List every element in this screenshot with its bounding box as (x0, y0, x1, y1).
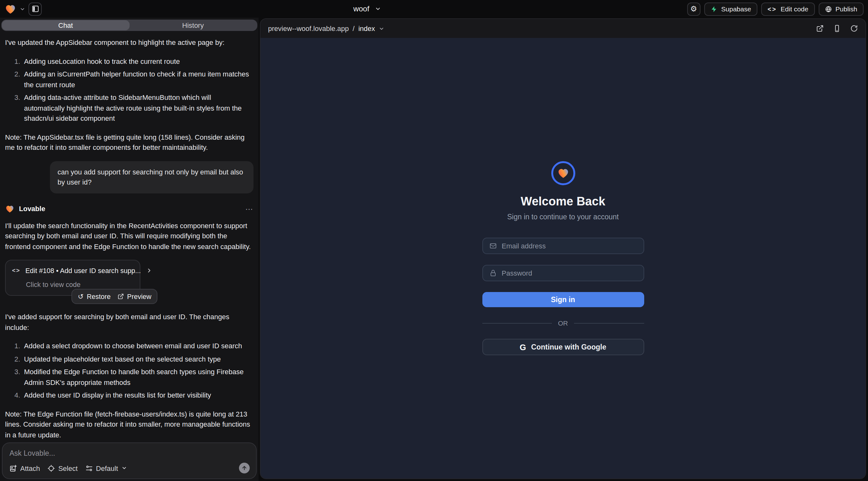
google-button-label: Continue with Google (531, 343, 606, 351)
supabase-label: Supabase (721, 5, 751, 13)
publish-label: Publish (835, 5, 857, 13)
list-item: Updated the placeholder text based on th… (22, 354, 253, 364)
user-message-bubble: can you add support for searching not on… (50, 161, 253, 193)
globe-icon (825, 5, 832, 12)
select-label: Select (58, 464, 78, 472)
preview-button[interactable]: Preview (118, 291, 151, 301)
tab-history[interactable]: History (129, 20, 257, 30)
topbar-left-group (4, 2, 42, 15)
mobile-view-icon[interactable] (833, 25, 841, 32)
chevron-right-icon (146, 267, 152, 274)
app-window: woof ⚙ Supabase <> Edit code (0, 0, 868, 481)
message-more-menu[interactable]: ⋯ (245, 203, 253, 215)
attach-button[interactable]: Attach (9, 464, 40, 472)
preview-header-actions (816, 25, 858, 32)
welcome-subtitle: Sign in to continue to your account (507, 213, 619, 221)
topbar-right-group: ⚙ Supabase <> Edit code Publish (687, 2, 864, 15)
code-brackets-icon: <> (12, 266, 20, 275)
send-button[interactable] (239, 463, 250, 473)
assistant-header-row: Lovable ⋯ (5, 203, 253, 215)
preview-header: preview--woof.lovable.app / index (260, 19, 865, 38)
attach-label: Attach (20, 464, 40, 472)
assistant-numbered-list: Added a select dropdown to choose betwee… (5, 341, 253, 401)
divider-line (482, 323, 552, 323)
chat-message-list[interactable]: I've updated the AppSidebar component to… (0, 31, 258, 440)
assistant-numbered-list: Adding useLocation hook to track the cur… (5, 56, 253, 124)
list-item: Adding an isCurrentPath helper function … (22, 69, 253, 90)
panel-left-icon (31, 5, 39, 13)
breadcrumb-separator: / (353, 25, 355, 32)
lock-icon (489, 269, 497, 277)
preview-panel: preview--woof.lovable.app / index (260, 18, 866, 479)
password-input[interactable] (502, 269, 637, 277)
restore-button[interactable]: ↺ Restore (78, 291, 111, 302)
publish-button[interactable]: Publish (818, 2, 864, 15)
code-brackets-icon: <> (768, 5, 777, 12)
edit-code-label: Edit code (781, 5, 809, 13)
preview-page-name: index (359, 25, 375, 32)
project-chevron-down-icon (375, 6, 381, 12)
logo-chevron-down-icon[interactable] (20, 6, 25, 12)
refresh-icon[interactable] (850, 25, 858, 32)
chat-input[interactable] (9, 449, 250, 457)
restore-icon: ↺ (78, 291, 84, 302)
open-in-new-tab-icon[interactable] (816, 25, 824, 32)
list-item: Added a select dropdown to choose betwee… (22, 341, 253, 351)
list-item: Adding data-active attribute to SidebarM… (22, 92, 253, 124)
preview-url-breadcrumb[interactable]: preview--woof.lovable.app / index (268, 25, 384, 32)
chat-panel: Chat History I've updated the AppSidebar… (0, 18, 258, 481)
select-element-button[interactable]: Select (48, 464, 78, 472)
lovable-heart-icon (5, 204, 14, 214)
edit-card-subtitle: Click to view code (26, 279, 133, 289)
assistant-paragraph: I've added support for searching by both… (5, 312, 253, 333)
list-item: Added the user ID display in the results… (22, 390, 253, 401)
app-logo-heart-icon (557, 167, 569, 180)
sliders-icon (85, 464, 93, 472)
composer-toolbar: Attach Select Default (9, 463, 250, 473)
tab-chat[interactable]: Chat (2, 20, 129, 30)
list-item: Adding useLocation hook to track the cur… (22, 56, 253, 66)
user-message-row: can you add support for searching not on… (5, 161, 253, 193)
assistant-name: Lovable (19, 204, 45, 214)
project-name: woof (353, 4, 370, 13)
email-input[interactable] (502, 242, 637, 250)
chevron-down-icon (121, 465, 127, 471)
divider-label: OR (558, 319, 568, 327)
assistant-paragraph: I've updated the AppSidebar component to… (5, 37, 253, 48)
mode-label: Default (96, 464, 118, 472)
restore-preview-toolbar: ↺ Restore Preview (71, 289, 158, 304)
chat-composer: Attach Select Default (2, 443, 257, 479)
mail-icon (489, 242, 497, 250)
or-divider: OR (482, 319, 644, 327)
page-chevron-down-icon (379, 26, 384, 31)
password-field (482, 265, 644, 281)
top-bar: woof ⚙ Supabase <> Edit code (0, 0, 868, 18)
chat-history-tabbar: Chat History (1, 20, 257, 31)
settings-button[interactable]: ⚙ (687, 2, 701, 15)
assistant-note: Note: The Edge Function file (fetch-fire… (5, 409, 253, 440)
divider-line (575, 323, 644, 323)
assistant-note: Note: The AppSidebar.tsx file is getting… (5, 132, 253, 153)
project-title-menu[interactable]: woof (353, 4, 381, 13)
continue-with-google-button[interactable]: G Continue with Google (482, 339, 644, 355)
assistant-paragraph: I'll update the search functionality in … (5, 220, 253, 252)
locate-target-icon (48, 464, 55, 472)
supabase-button[interactable]: Supabase (704, 2, 758, 15)
edit-card-title: Edit #108 • Add user ID search supp... (25, 265, 141, 276)
list-item: Modified the Edge Function to handle bot… (22, 367, 253, 388)
preview-label: Preview (127, 291, 151, 301)
edit-code-button[interactable]: <> Edit code (761, 2, 814, 15)
restore-label: Restore (87, 291, 111, 301)
edit-card-header: <> Edit #108 • Add user ID search supp..… (12, 265, 133, 276)
app-logo-ring (551, 161, 575, 185)
signin-card: Welcome Back Sign in to continue to your… (482, 161, 644, 355)
google-g-icon: G (520, 342, 526, 352)
email-field (482, 238, 644, 254)
sidebar-toggle-button[interactable] (28, 2, 42, 15)
sign-in-button[interactable]: Sign in (482, 292, 644, 307)
external-link-icon (118, 293, 124, 299)
chat-mode-selector[interactable]: Default (85, 464, 127, 472)
arrow-up-icon (242, 465, 247, 471)
image-plus-icon (9, 464, 17, 472)
lovable-logo-heart-icon[interactable] (4, 3, 17, 15)
